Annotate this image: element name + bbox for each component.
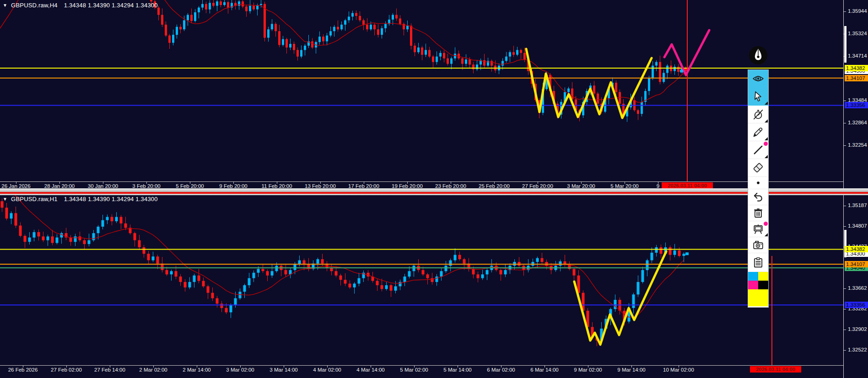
price-tick-label: 1.32522 — [848, 347, 867, 352]
submenu-corner-indicator — [765, 119, 768, 122]
time-axis-tick — [59, 182, 60, 184]
scale-scroll-indicator[interactable] — [844, 26, 846, 63]
time-axis-tick — [458, 366, 458, 367]
submenu-corner-indicator — [765, 233, 768, 236]
time-axis-tick — [197, 366, 197, 367]
price-tick — [844, 11, 846, 12]
bullet-tool-button[interactable] — [748, 177, 768, 189]
time-axis-tick — [240, 366, 241, 367]
pencil-tool-button[interactable] — [748, 123, 768, 141]
h1-price-plot[interactable] — [0, 194, 843, 365]
price-level-badge: 1.34107 — [845, 261, 868, 267]
clipboard-tool-button[interactable] — [748, 253, 768, 272]
price-tick-label: 1.32902 — [848, 326, 867, 332]
undo-tool-button[interactable] — [748, 189, 768, 205]
time-axis-tick — [364, 182, 364, 184]
price-tick — [844, 145, 846, 146]
pen-tool-button[interactable] — [749, 46, 768, 65]
submenu-corner-indicator — [765, 137, 768, 140]
price-tick — [844, 206, 846, 206]
price-tick — [844, 123, 846, 123]
current-price-marker — [680, 70, 683, 73]
submenu-corner-indicator — [765, 155, 768, 158]
trash-icon — [752, 207, 764, 219]
candles — [1, 198, 685, 346]
h4-header: ▼GBPUSD.raw,H41.34348 1.34390 1.34294 1.… — [3, 2, 158, 9]
cursor-tool-button[interactable] — [748, 88, 768, 106]
time-axis-tick — [545, 366, 545, 367]
time-axis-tick — [103, 182, 103, 184]
time-axis-label: 2 Mar 14:00 — [183, 367, 210, 373]
pencil-icon — [752, 126, 764, 138]
h4-price-plot[interactable] — [0, 0, 843, 181]
time-axis-tick — [284, 366, 284, 367]
time-axis-tick — [625, 182, 625, 184]
eye-tool-button[interactable] — [748, 70, 768, 88]
h1-time-axis[interactable]: 26 Feb 202627 Feb 02:0027 Feb 14:002 Mar… — [0, 365, 843, 378]
time-axis-label: 9 Mar 14:00 — [617, 367, 645, 373]
price-tick — [844, 330, 846, 330]
time-axis-tick — [16, 182, 16, 184]
price-level-badge: 1.33356 — [845, 102, 868, 108]
trash-tool-button[interactable] — [748, 205, 768, 221]
time-axis-tick — [494, 182, 495, 184]
time-axis-label: 3 Mar 02:00 — [226, 367, 254, 373]
time-axis-label: 6 Mar 14:00 — [530, 367, 558, 373]
active-color-dot — [764, 142, 768, 146]
time-axis-label: 5 Mar 14:00 — [443, 367, 471, 373]
price-tick-label: 1.35944 — [848, 8, 867, 14]
eraser-tool-button[interactable] — [748, 159, 768, 177]
ohlc-values: 1.34348 1.34390 1.34294 1.34300 — [64, 196, 158, 202]
drawing-toolbar — [748, 69, 769, 308]
candles — [150, 0, 687, 122]
time-axis-tick — [320, 182, 321, 184]
cursor-icon — [752, 91, 764, 102]
h4-price-scale[interactable]: 1.359441.353241.347141.334841.328641.322… — [844, 0, 868, 188]
yellow-zigzag-drawing[interactable] — [574, 251, 666, 345]
color-swatch[interactable] — [748, 272, 758, 281]
time-axis-tick — [631, 366, 632, 367]
time-axis-tick — [451, 182, 451, 184]
camera-icon — [752, 239, 764, 251]
time-axis-label: 3 Mar 14:00 — [270, 367, 297, 373]
price-level-badge: 1.34107 — [845, 75, 868, 81]
time-axis-tick — [153, 366, 154, 367]
time-axis-tick — [190, 182, 190, 184]
time-axis-tick — [23, 366, 23, 367]
price-tick — [844, 226, 846, 227]
camera-tool-button[interactable] — [748, 237, 768, 253]
h1-price-scale[interactable]: 1.351871.348071.344271.336621.332821.329… — [844, 194, 868, 378]
window-splitter-highlight — [0, 194, 868, 194]
yellow-zigzag-drawing[interactable] — [526, 49, 652, 118]
time-axis-tick — [414, 366, 415, 367]
time-axis-tick — [679, 366, 679, 367]
symbol-dropdown-icon[interactable]: ▼ — [3, 3, 7, 8]
moving-average-line — [2, 194, 684, 317]
color-swatch[interactable] — [758, 281, 768, 289]
color-swatch-row — [748, 272, 768, 281]
price-level-badge: 1.34382 — [845, 246, 868, 252]
time-axis-label: 6 Mar 02:00 — [487, 367, 515, 373]
price-tick-label: 1.35324 — [848, 31, 867, 36]
pen-nib-icon — [749, 46, 768, 65]
symbol-timeframe-label: GBPUSD.raw,H4 — [11, 2, 58, 9]
time-axis-label: 2 Mar 02:00 — [139, 367, 167, 373]
line-icon — [752, 144, 764, 156]
time-axis-tick — [588, 366, 588, 367]
price-level-badge: 1.34382 — [845, 65, 868, 71]
time-axis-tick — [538, 182, 538, 184]
easel-tool-button[interactable] — [748, 221, 768, 237]
price-tick-label: 1.32254 — [848, 142, 867, 148]
active-color-swatch-large[interactable] — [748, 289, 768, 306]
h1-header: ▼GBPUSD.raw,H11.34348 1.34390 1.34294 1.… — [3, 196, 158, 202]
color-swatch[interactable] — [758, 272, 768, 281]
time-axis-tick — [658, 182, 658, 184]
easel-icon — [752, 223, 764, 235]
line-tool-button[interactable] — [748, 141, 768, 159]
time-axis-tick — [581, 182, 582, 184]
stopwatch-tool-button[interactable] — [748, 106, 768, 123]
price-tick-label: 1.33662 — [848, 285, 867, 291]
symbol-dropdown-icon[interactable]: ▼ — [3, 197, 7, 202]
color-swatch[interactable] — [748, 281, 758, 289]
h4-time-axis[interactable]: 26 Jan 202628 Jan 20:0030 Jan 20:003 Feb… — [0, 181, 843, 189]
